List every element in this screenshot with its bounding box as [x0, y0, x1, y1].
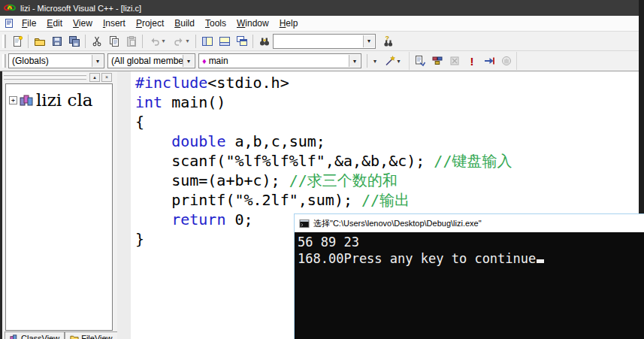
tab-classview[interactable]: ClassView [5, 331, 65, 339]
workspace-pane-button[interactable] [198, 33, 216, 49]
members-combobox[interactable]: (All global members) ▾ [107, 53, 195, 68]
redo-button[interactable]: ▾ [169, 33, 193, 49]
menu-insert[interactable]: Insert [98, 17, 131, 30]
console-icon [299, 219, 310, 229]
compile-button[interactable] [411, 53, 428, 69]
dropdown-arrow-icon[interactable]: ▾ [186, 38, 189, 44]
toolbar-separator [195, 35, 196, 48]
cut-icon [91, 35, 103, 47]
function-diamond-icon: ♦ [202, 56, 207, 65]
menu-help[interactable]: Help [274, 17, 304, 30]
console-line: 56 89 23 [298, 234, 644, 250]
code-line: { [135, 112, 512, 132]
toolbar-separator [28, 35, 29, 48]
new-file-icon [11, 35, 23, 47]
workspace-pane: ▴ × + lizi cla [2, 71, 115, 339]
dropdown-arrow-icon[interactable]: ▾ [162, 38, 165, 44]
stop-build-icon [449, 55, 461, 67]
standard-toolbar: ▾▾ ▾ ? [0, 32, 639, 51]
code-line: scanf("%lf%lf%lf",&a,&b,&c); //键盘输入 [135, 151, 512, 171]
pane-close-button[interactable]: × [101, 73, 112, 82]
window-list-icon [236, 35, 248, 47]
console-titlebar[interactable]: 选择"C:\Users\lenovo\Desktop\Debug\lizi.ex… [295, 214, 644, 232]
copy-button[interactable] [105, 33, 122, 49]
execute-program-icon: ! [466, 55, 478, 67]
search-in-files-icon: ? [382, 35, 394, 47]
toolbar-grip[interactable] [2, 35, 6, 48]
save-button[interactable] [48, 33, 65, 49]
tab-label: FileView [81, 334, 112, 339]
selection-margin [117, 71, 131, 339]
console-window[interactable]: 选择"C:\Users\lenovo\Desktop\Debug\lizi.ex… [294, 213, 644, 339]
classview-tree: + lizi cla [5, 83, 113, 331]
code-line: printf("%.2lf",sum); //输出 [135, 190, 512, 210]
function-combobox[interactable]: ♦ main ▾ [198, 53, 361, 68]
menu-project[interactable]: Project [131, 17, 169, 30]
search-in-files-button[interactable]: ? [379, 33, 396, 49]
save-all-button[interactable] [65, 33, 83, 49]
workspace-pane-header[interactable]: ▴ × [4, 73, 112, 82]
toolbar-separator [85, 35, 86, 48]
save-all-icon [68, 35, 80, 47]
console-line: 168.00Press any key to continue [298, 250, 644, 267]
find-icon [259, 35, 271, 47]
execute-program-button[interactable]: ! [463, 53, 480, 69]
classview-root-icon [20, 94, 34, 107]
dropdown-arrow-icon[interactable]: ▾ [183, 55, 194, 67]
build-button[interactable] [428, 53, 446, 69]
classes-combobox[interactable]: (Globals) ▾ [8, 53, 104, 68]
wizardbar-toolbar: (Globals) ▾ (All global members) ▾ ♦ mai… [0, 51, 639, 71]
titlebar: lizi - Microsoft Visual C++ - [lizi.c] [0, 0, 639, 16]
classview-icon [10, 334, 19, 339]
wizard-wand-button[interactable]: ▾ [380, 53, 404, 69]
tab-fileview[interactable]: FileView [65, 331, 117, 339]
code-line: #include<stdio.h> [135, 73, 512, 92]
open-file-button[interactable] [31, 33, 48, 49]
menu-items: FileEditViewInsertProjectBuildToolsWindo… [17, 17, 303, 30]
classes-value: (Globals) [12, 56, 62, 66]
console-title: 选择"C:\Users\lenovo\Desktop\Debug\lizi.ex… [313, 218, 482, 229]
fileview-icon [70, 334, 79, 339]
output-pane-icon [219, 35, 231, 47]
svg-text:!: ! [470, 55, 473, 67]
toolbar-separator [142, 35, 143, 48]
dropdown-arrow-icon[interactable]: ▾ [92, 55, 103, 67]
dropdown-arrow-icon[interactable]: ▾ [397, 58, 400, 65]
paste-button[interactable] [122, 33, 140, 49]
menu-file[interactable]: File [17, 17, 41, 30]
tab-label: ClassView [21, 334, 59, 339]
workspace-pane-icon [201, 35, 213, 47]
go-button[interactable] [480, 53, 497, 69]
console-cursor [537, 259, 544, 263]
build-icon [431, 55, 443, 67]
compile-icon [414, 55, 426, 67]
breakpoint-icon [500, 55, 512, 67]
tree-expand-icon[interactable]: + [9, 96, 17, 104]
window-list-button[interactable] [233, 33, 250, 49]
dropdown-arrow-icon[interactable]: ▾ [363, 35, 374, 47]
document-system-icon[interactable] [3, 17, 15, 29]
breakpoint-button[interactable] [497, 53, 515, 69]
cut-button[interactable] [88, 33, 105, 49]
undo-button[interactable]: ▾ [145, 33, 169, 49]
stop-build-button[interactable] [446, 53, 463, 69]
menu-build[interactable]: Build [169, 17, 200, 30]
paste-icon [125, 35, 138, 47]
new-file-button[interactable] [8, 33, 26, 49]
find-button[interactable] [255, 33, 273, 49]
menu-edit[interactable]: Edit [41, 17, 68, 30]
output-pane-button[interactable] [216, 33, 233, 49]
menu-view[interactable]: View [68, 17, 98, 30]
code-line: sum=(a+b+c); //求三个数的和 [135, 171, 512, 190]
menu-window[interactable]: Window [231, 17, 274, 30]
toolbar-separator [367, 54, 367, 68]
toolbar-grip[interactable] [2, 54, 6, 68]
menu-tools[interactable]: Tools [200, 17, 231, 30]
find-combobox[interactable]: ▾ [273, 34, 376, 49]
go-icon [483, 55, 495, 67]
pane-minimize-button[interactable]: ▴ [89, 73, 100, 82]
wizard-actions-dropdown-button[interactable]: ▾ [370, 53, 380, 69]
copy-icon [108, 35, 120, 47]
tree-root-item[interactable]: + lizi cla [6, 84, 112, 110]
dropdown-arrow-icon[interactable]: ▾ [349, 55, 360, 67]
